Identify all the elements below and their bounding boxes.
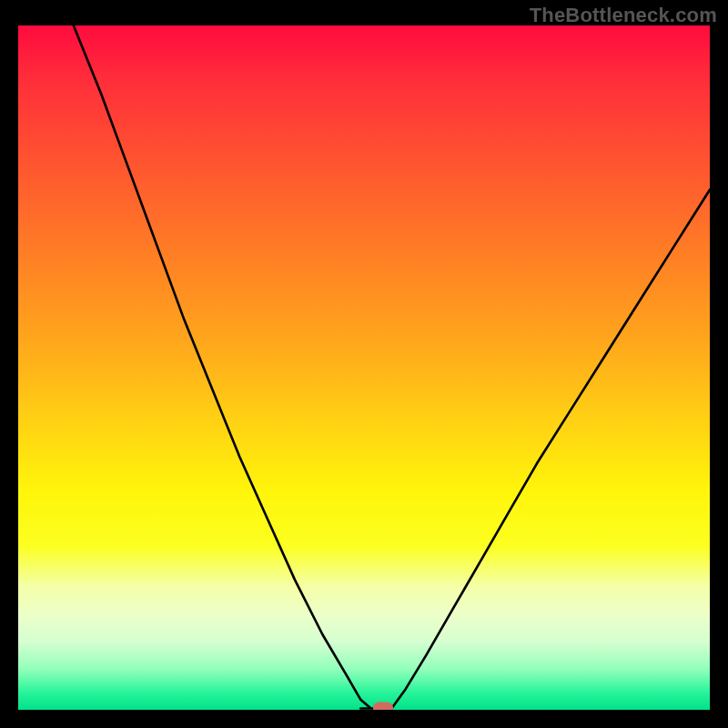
plot-area — [18, 25, 710, 710]
curve-path — [74, 25, 710, 708]
curve-svg — [18, 25, 710, 710]
watermark-text: TheBottleneck.com — [530, 4, 717, 27]
optimum-marker — [373, 703, 393, 710]
chart-frame: TheBottleneck.com — [0, 0, 728, 728]
